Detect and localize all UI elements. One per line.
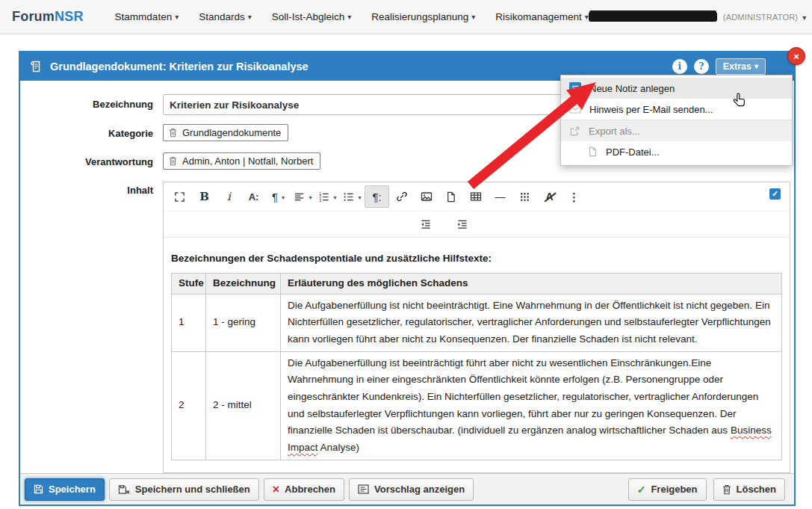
footer-right-actions: Freigeben Löschen xyxy=(628,478,785,501)
nav-menu-label: Realisierungsplanung xyxy=(371,11,468,22)
caret-down-icon xyxy=(356,191,361,203)
menu-item-neue-notiz[interactable]: Neue Notiz anlegen xyxy=(561,78,792,99)
link-icon xyxy=(396,191,408,203)
user-menu[interactable]: (ADMINISTRATOR) xyxy=(589,10,806,24)
table-header-erlaeuterung: Erläuterung des möglichen Schadens xyxy=(281,274,782,294)
caret-down-icon xyxy=(245,11,252,22)
verantwortung-tag-label: Admin, Anton | Notfall, Norbert xyxy=(182,155,313,167)
extras-button[interactable]: Extras xyxy=(716,58,766,75)
kategorie-label: Kategorie xyxy=(20,124,153,144)
fullscreen-button[interactable] xyxy=(167,185,192,208)
delete-button[interactable]: Löschen xyxy=(713,478,785,501)
save-label: Speichern xyxy=(49,484,96,495)
file-icon xyxy=(445,191,456,203)
editor-toolbar-row2 xyxy=(164,212,790,238)
cell-bezeichnung: 2 - mittel xyxy=(206,351,281,460)
dialog-footer: Speichern Speichern und schließen Abbrec… xyxy=(20,473,794,505)
menu-item-pdf-datei[interactable]: PDF-Datei... xyxy=(561,141,792,162)
release-check-icon xyxy=(637,484,646,495)
clear-formatting-button[interactable]: A xyxy=(537,185,562,208)
pdf-file-icon xyxy=(587,146,598,157)
save-and-close-icon xyxy=(118,484,130,495)
app-page: ForumNSR Stammdaten Standards Soll-Ist-A… xyxy=(0,0,812,509)
table-header-row: Stufe Bezeichnung Erläuterung des möglic… xyxy=(172,274,782,294)
release-button[interactable]: Freigeben xyxy=(628,478,707,501)
save-button[interactable]: Speichern xyxy=(25,478,105,501)
unordered-list-button[interactable] xyxy=(340,185,365,208)
menu-item-label: Neue Notiz anlegen xyxy=(589,83,675,94)
ordered-list-button[interactable]: 123 xyxy=(315,185,340,208)
svg-text:3: 3 xyxy=(320,197,322,202)
help-icon[interactable]: ? xyxy=(694,59,709,74)
indent-icon xyxy=(456,219,468,230)
caret-down-icon xyxy=(468,11,475,22)
nav-menu-stammdaten[interactable]: Stammdaten xyxy=(115,11,179,22)
insert-table-button[interactable] xyxy=(463,185,488,208)
cancel-button[interactable]: Abbrechen xyxy=(264,478,344,501)
caret-down-icon xyxy=(751,61,758,72)
save-and-close-button[interactable]: Speichern und schließen xyxy=(109,478,259,501)
verantwortung-label: Verantwortung xyxy=(20,152,153,172)
image-icon xyxy=(421,191,433,203)
info-icon[interactable]: i xyxy=(672,59,687,74)
nav-menu-soll-ist-abgleich[interactable]: Soll-Ist-Abgleich xyxy=(272,11,352,22)
editor-toolbar-row1: B i A: ¶ 123 xyxy=(164,182,790,212)
nav-menu-standards[interactable]: Standards xyxy=(199,11,252,22)
save-icon xyxy=(34,484,43,494)
export-icon xyxy=(569,126,580,137)
more-options-button[interactable]: ⋮ xyxy=(562,185,586,208)
editor-toggle-checkbox[interactable] xyxy=(769,188,781,200)
caret-down-icon xyxy=(307,191,312,203)
extras-dropdown-menu: Neue Notiz anlegen Hinweis per E-Mail se… xyxy=(560,75,793,166)
table-header-bezeichnung: Bezeichnung xyxy=(206,274,281,294)
show-suggestion-button[interactable]: Vorschlag anzeigen xyxy=(349,478,474,501)
show-suggestion-label: Vorschlag anzeigen xyxy=(374,484,465,495)
paragraph-style-button[interactable]: ¶: xyxy=(365,185,389,208)
font-size-icon: A: xyxy=(249,192,259,202)
special-characters-button[interactable] xyxy=(512,185,537,208)
clear-formatting-icon: A xyxy=(545,191,553,202)
delete-trash-icon xyxy=(722,484,731,495)
paragraph-icon: ¶ xyxy=(272,191,278,203)
user-role-label: (ADMINISTRATOR) xyxy=(723,13,798,22)
app-logo[interactable]: ForumNSR xyxy=(12,9,84,25)
italic-button[interactable]: i xyxy=(217,185,241,208)
cancel-label: Abbrechen xyxy=(285,484,335,495)
menu-item-label: Hinweis per E-Mail senden... xyxy=(589,104,713,115)
cell-text: Die Aufgabenerfüllung ist beeinträchtigt… xyxy=(288,357,758,436)
note-icon xyxy=(569,82,581,94)
nav-menu-label: Stammdaten xyxy=(115,11,173,22)
remove-tag-icon[interactable] xyxy=(169,156,177,166)
outdent-button[interactable] xyxy=(413,213,438,235)
save-and-close-label: Speichern und schließen xyxy=(135,484,250,495)
cell-bezeichnung: 1 - gering xyxy=(206,294,281,351)
more-icon: ⋮ xyxy=(568,191,580,203)
insert-image-button[interactable] xyxy=(414,185,438,208)
horizontal-line-button[interactable]: — xyxy=(488,185,512,208)
cancel-x-icon xyxy=(273,484,279,496)
remove-tag-icon[interactable] xyxy=(169,128,177,138)
insert-file-button[interactable] xyxy=(438,185,463,208)
paragraph-format-button[interactable]: ¶ xyxy=(266,185,291,208)
insert-link-button[interactable] xyxy=(389,185,414,208)
nav-menu-label: Risikomanagement xyxy=(495,11,582,22)
dialog-header-actions: i ? Extras xyxy=(672,58,766,75)
editor-content-area[interactable]: Bezeichnungen der Schadenspotentiale und… xyxy=(164,238,790,460)
close-button[interactable]: × xyxy=(787,47,805,65)
caret-down-icon xyxy=(172,11,179,22)
caret-down-icon xyxy=(332,191,336,203)
special-characters-icon xyxy=(519,191,530,203)
delete-label: Löschen xyxy=(737,484,776,495)
nav-menu-realisierungsplanung[interactable]: Realisierungsplanung xyxy=(371,11,475,22)
unordered-list-icon xyxy=(343,191,354,203)
menu-item-hinweis-email[interactable]: Hinweis per E-Mail senden... xyxy=(561,99,792,120)
indent-button[interactable] xyxy=(450,213,474,235)
rich-text-editor: B i A: ¶ 123 xyxy=(163,182,790,473)
bold-button[interactable]: B xyxy=(192,185,217,208)
release-label: Freigeben xyxy=(651,484,697,495)
brand-part1: Forum xyxy=(12,9,55,24)
nav-menu-risikomanagement[interactable]: Risikomanagement xyxy=(495,11,589,22)
menu-group-label: Export als... xyxy=(589,126,640,137)
font-size-button[interactable]: A: xyxy=(241,185,266,208)
align-button[interactable] xyxy=(291,185,315,208)
